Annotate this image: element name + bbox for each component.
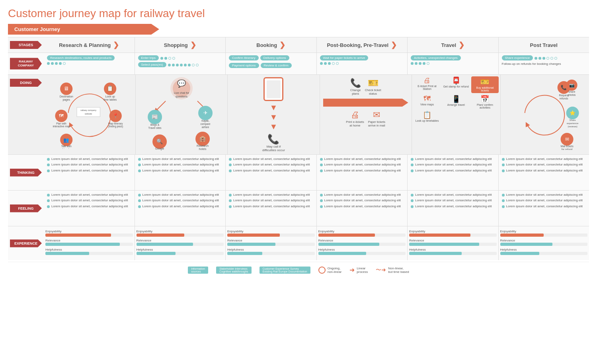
change-plans-group: 📞 Changeplans	[350, 78, 361, 95]
doing-col-booking: ▼ ▼ ▼ 📞 May call ifdifficulties occur	[228, 75, 320, 154]
enjoyability-label: Enjoyability	[45, 230, 133, 233]
dot	[535, 57, 537, 60]
legend-survey-box: Customer Experience SurveyExisting Rail …	[259, 267, 310, 274]
doing-badge: DOING	[10, 79, 42, 87]
feeling-badge: FEELING	[10, 204, 42, 212]
pb-arrow	[323, 99, 408, 107]
thinking-item: Lorem ipsum dolor sit amet, consectetur …	[51, 157, 128, 161]
eticket-icon: 🖨	[414, 76, 441, 85]
stage-research: Research & Planning ❯	[44, 37, 135, 53]
svg-text:Request: Request	[559, 94, 568, 97]
svg-text:Look up: Look up	[105, 95, 115, 98]
stages-badge: STAGES	[10, 41, 42, 49]
svg-text:Share: Share	[569, 119, 576, 121]
svg-text:Share: Share	[568, 90, 576, 93]
relevance-label: Relevance	[318, 239, 406, 242]
feeling-item: Lorem ipsum dolor sit amet, consectetur …	[324, 199, 401, 202]
feeling-item: Lorem ipsum dolor sit amet, consectetur …	[415, 199, 492, 202]
enjoyability-label: Enjoyability	[227, 230, 315, 233]
stamp-icon: 📮	[442, 76, 470, 85]
stages-content: Research & Planning ❯ Shopping ❯ Booking…	[44, 37, 589, 53]
enjoyability-label: Enjoyability	[409, 230, 497, 233]
dot	[324, 62, 327, 65]
thinking-item: Lorem ipsum dolor sit amet, consectetur …	[506, 163, 583, 167]
rc-confirm-itinerary: Confirm itinerary	[229, 55, 259, 60]
feeling-col-2: Lorem ipsum dolor sit amet, consectetur …	[135, 191, 226, 226]
rc-select-pass: Select pass(es)	[138, 62, 166, 67]
svg-text:📰: 📰	[152, 113, 158, 120]
doing-col-postbooking: 📞 Changeplans 🎫 Check ticketstatus 🖨 Pri…	[320, 75, 412, 154]
tablet-screen	[267, 80, 281, 98]
booking-arrow1: ▼	[270, 103, 278, 111]
svg-text:📍: 📍	[113, 113, 119, 119]
svg-text:website: website	[84, 113, 92, 115]
svg-text:Travel sites: Travel sites	[148, 127, 162, 129]
thinking-item: Lorem ipsum dolor sit amet, consectetur …	[324, 163, 401, 167]
feeling-item: Lorem ipsum dolor sit amet, consectetur …	[506, 204, 583, 208]
svg-text:Map itinerary: Map itinerary	[108, 122, 123, 125]
dot-outline	[63, 62, 66, 65]
legend-ongoing: Ongoing,non-linear	[318, 267, 342, 274]
banner-text: Customer Journey	[14, 26, 60, 32]
view-maps-label: View maps	[414, 103, 441, 106]
svg-text:⭐: ⭐	[570, 110, 576, 116]
activities-icon: 📅	[471, 95, 499, 103]
rc-delivery-options: Delivery options	[260, 55, 289, 60]
svg-text:for refund: for refund	[562, 148, 573, 150]
print-etickets-label: Print e-ticketsat home	[346, 120, 364, 127]
dot-outline	[550, 57, 553, 60]
stage-arrow-5: ❯	[458, 41, 464, 49]
legend-ongoing-circle	[318, 267, 326, 274]
svg-text:💬: 💬	[177, 79, 186, 88]
dot	[172, 64, 175, 66]
rc-dots2	[168, 64, 199, 66]
thinking-col-1: Lorem ipsum dolor sit amet, consectetur …	[44, 155, 135, 190]
svg-text:Talk with: Talk with	[61, 145, 72, 148]
dot-outline	[554, 57, 557, 60]
exp-col-3: Enjoyability Relevance Helpfulness	[226, 226, 317, 260]
dot	[411, 62, 414, 65]
dot	[164, 57, 167, 60]
rc-enter-trips: Enter trips	[138, 55, 159, 60]
svg-text:🏨: 🏨	[199, 135, 206, 142]
stage-posttravel-label: Post Travel	[530, 42, 558, 48]
arrange-travel-label: Arrange travel	[442, 103, 470, 106]
dot-outline	[172, 57, 175, 60]
svg-line-28	[156, 101, 166, 111]
doing-col-research: railway company website 🖥 Destination pa…	[44, 75, 136, 154]
dot-outline	[546, 57, 549, 60]
helpfulness-label: Helpfulness	[500, 248, 588, 251]
doing-col-travel: 🖨 E-ticket Print at Station 📮 Get stamp …	[412, 75, 501, 154]
helpfulness-label: Helpfulness	[137, 248, 224, 251]
thinking-row: THINKING Lorem ipsum dolor sit amet, con…	[8, 154, 589, 190]
thinking-item: Lorem ipsum dolor sit amet, consectetur …	[51, 169, 128, 173]
svg-text:friends: friends	[62, 148, 71, 149]
experience-content: Enjoyability Relevance Helpfulness Enjoy…	[44, 226, 589, 260]
feeling-item: Lorem ipsum dolor sit amet, consectetur …	[233, 204, 310, 208]
legend-sources-box: Informationsources	[188, 267, 208, 274]
helpfulness-label: Helpfulness	[227, 248, 315, 251]
svg-text:time tables: time tables	[103, 98, 117, 101]
feeling-item: Lorem ipsum dolor sit amet, consectetur …	[51, 199, 128, 202]
exp-col-4: Enjoyability Relevance Helpfulness	[317, 226, 408, 260]
legend-linear: ➜ Linearprocess	[349, 266, 368, 274]
dot	[55, 62, 58, 65]
svg-text:questions: questions	[176, 95, 187, 98]
stage-travel-label: Travel	[441, 42, 456, 48]
stages-label-cell: STAGES	[8, 37, 44, 53]
thinking-col-4: Lorem ipsum dolor sit amet, consectetur …	[317, 155, 408, 190]
svg-text:📞: 📞	[561, 84, 567, 90]
svg-text:(finding pass): (finding pass)	[108, 125, 123, 128]
exp-col-2: Enjoyability Relevance Helpfulness	[135, 226, 226, 260]
dot	[184, 64, 187, 66]
thinking-col-3: Lorem ipsum dolor sit amet, consectetur …	[226, 155, 317, 190]
svg-text:Destination: Destination	[60, 95, 73, 98]
rc-travel-dots	[411, 62, 495, 65]
rc-col-booking: Confirm itinerary Delivery options Payme…	[226, 53, 317, 74]
doing-col-shopping: 💬 Live chat for questions	[136, 75, 228, 154]
svg-text:searches: searches	[154, 150, 166, 151]
dot	[538, 57, 541, 60]
rc-col-research: Research destinations, routes and produc…	[44, 53, 135, 74]
svg-text:experience: experience	[567, 122, 579, 125]
feeling-label-cell: FEELING	[8, 191, 44, 226]
